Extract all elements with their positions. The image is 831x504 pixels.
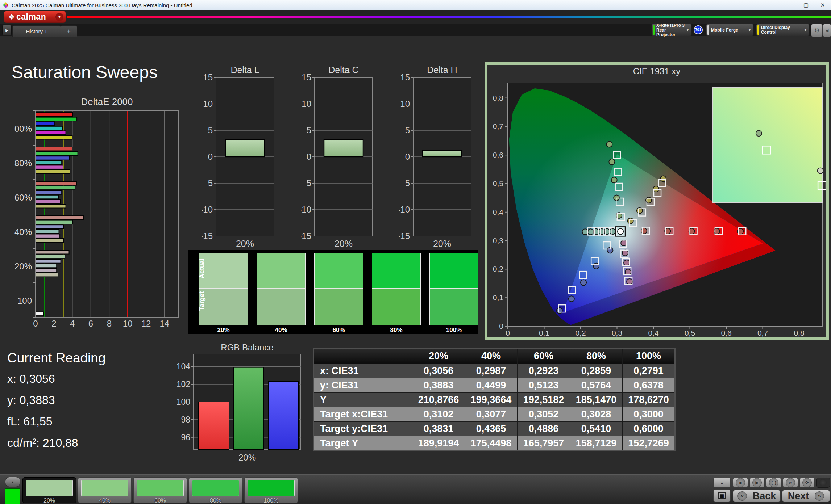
- table-cell: 0,6378: [623, 378, 675, 393]
- y-tick-label: -15: [202, 231, 213, 241]
- display-control-dropdown[interactable]: Direct Display Control ▼: [756, 24, 810, 36]
- meter-dropdown[interactable]: X-Rite i1Pro 3Rear Projector ▼: [651, 24, 692, 36]
- maximize-icon[interactable]: ▢: [798, 0, 814, 10]
- meter-mode-badge[interactable]: 701: [694, 25, 703, 34]
- measure-series-button[interactable]: [··]: [766, 478, 781, 488]
- y-tick-label: 15: [400, 72, 410, 82]
- add-tab-button[interactable]: +: [61, 25, 77, 37]
- source-label: Mobile Forge: [711, 28, 738, 33]
- bar: [225, 139, 265, 157]
- chevron-down-icon: ▼: [686, 28, 689, 32]
- bar: [36, 312, 44, 316]
- bar: [36, 273, 58, 277]
- loop-button[interactable]: ⟳: [799, 478, 815, 488]
- chevron-down-icon[interactable]: ▼: [55, 13, 63, 21]
- bar: [36, 255, 65, 259]
- bar: [36, 152, 78, 156]
- pattern-chip: [26, 480, 73, 496]
- expand-controls-button[interactable]: ▲: [713, 478, 731, 488]
- pattern-button-60%[interactable]: 60%: [133, 477, 187, 503]
- target-swatch: [314, 288, 363, 326]
- group-label: 100%: [14, 124, 32, 134]
- pattern-label: 80%: [189, 497, 242, 504]
- y-tick-label: -10: [202, 205, 213, 214]
- y-tick-label: 0,1: [493, 293, 503, 302]
- table-cell: 0,2987: [465, 364, 518, 378]
- record-indicator: [816, 478, 830, 488]
- y-tick-label: 0: [208, 152, 213, 161]
- source-dropdown[interactable]: Mobile Forge ▼: [706, 24, 754, 36]
- collapse-up-icon[interactable]: ▲: [5, 477, 20, 487]
- y-tick-label: 5: [307, 125, 311, 135]
- table-cell: 0,5123: [518, 378, 570, 393]
- stop-button[interactable]: ■: [733, 478, 748, 488]
- chart-shape: [36, 111, 178, 317]
- gear-icon[interactable]: ⚙: [811, 24, 823, 37]
- point-magenta-measured: [627, 279, 632, 285]
- x-tick-label: 0: [33, 319, 38, 328]
- table-cell: 199,3664: [465, 393, 518, 407]
- point-magenta-measured: [621, 240, 627, 246]
- row-label: y: CIE31: [314, 378, 412, 393]
- y-tick-label: 96: [181, 433, 190, 442]
- table-cell: 0,2859: [570, 364, 623, 378]
- tab-scroll-button[interactable]: ▶: [2, 25, 12, 35]
- pattern-button-100%[interactable]: 100%: [244, 477, 298, 503]
- x-tick-label: 14: [160, 319, 170, 328]
- pattern-button-40%[interactable]: 40%: [78, 477, 132, 503]
- delta-h-chart: Delta H-15-10-505101520%: [399, 66, 474, 250]
- calman-menu-button[interactable]: ❖ calman ▼: [4, 11, 66, 23]
- stop-measure-button[interactable]: ■: [713, 489, 731, 502]
- y-tick-label: 0: [499, 322, 503, 330]
- back-button[interactable]: « Back: [733, 490, 781, 502]
- bar: [423, 150, 462, 157]
- app-icon: [3, 2, 9, 8]
- logo-strip: ❖ calman ▼: [0, 10, 831, 24]
- bar: [36, 239, 63, 243]
- y-tick-label: 15: [302, 72, 311, 82]
- table-header: 20%: [412, 348, 465, 364]
- tab-history-1[interactable]: History 1: [12, 25, 61, 37]
- bar: [324, 139, 363, 157]
- group-label: 80%: [14, 158, 32, 168]
- meter-accent: [653, 25, 655, 35]
- chart-title: RGB Balance: [221, 344, 273, 352]
- continuous-measure-button[interactable]: ∞: [783, 478, 798, 488]
- rgb-balance-chart: RGB Balance969810010210420%: [173, 344, 306, 468]
- y-tick-label: -5: [402, 178, 410, 188]
- pattern-chip: [192, 480, 239, 496]
- table-header: 100%: [623, 348, 675, 364]
- table-row: Target Y189,9194175,4498165,7957158,7129…: [314, 436, 675, 451]
- delta-l-chart: Delta L-15-10-505101520%: [202, 66, 277, 250]
- pattern-color-swatch[interactable]: [5, 488, 20, 504]
- x-tick-label: 0,6: [721, 329, 731, 337]
- table-cell: 0,3077: [465, 407, 518, 422]
- bar: [36, 113, 73, 117]
- swatch-row-label: Actual: [198, 254, 206, 283]
- table-cell: 210,8766: [412, 393, 465, 407]
- chart-title: Delta L: [230, 66, 259, 75]
- bar: [36, 181, 76, 185]
- table-cell: 0,3883: [412, 378, 465, 393]
- point-blue-measured: [581, 280, 586, 285]
- table-cell: 165,7957: [518, 436, 570, 451]
- pattern-button-80%[interactable]: 80%: [189, 477, 242, 503]
- next-button[interactable]: Next »: [782, 490, 830, 502]
- collapse-panel-icon[interactable]: ◀: [823, 24, 831, 37]
- table-header: 80%: [570, 348, 623, 364]
- inset-point: [818, 168, 823, 174]
- close-icon[interactable]: ✕: [814, 0, 831, 10]
- next-chevrons-icon: »: [815, 491, 824, 501]
- play-button[interactable]: ▶: [749, 478, 765, 488]
- table-header: [314, 348, 412, 364]
- chart-title: Delta H: [427, 66, 457, 75]
- pattern-button-20%[interactable]: 20%: [22, 477, 76, 503]
- table-cell: 0,4886: [518, 422, 570, 436]
- measurement-table: 20%40%60%80%100%x: CIE310,30560,29870,29…: [313, 348, 676, 452]
- table-row: Target y:CIE310,38310,43650,48860,54100,…: [314, 422, 675, 436]
- delta-c-chart: Delta C-15-10-505101520%: [301, 66, 375, 250]
- table-cell: 175,4498: [465, 436, 518, 451]
- y-tick-label: 0,4: [493, 208, 504, 216]
- chevron-down-icon: ▼: [748, 28, 751, 32]
- minimize-icon[interactable]: –: [781, 0, 798, 10]
